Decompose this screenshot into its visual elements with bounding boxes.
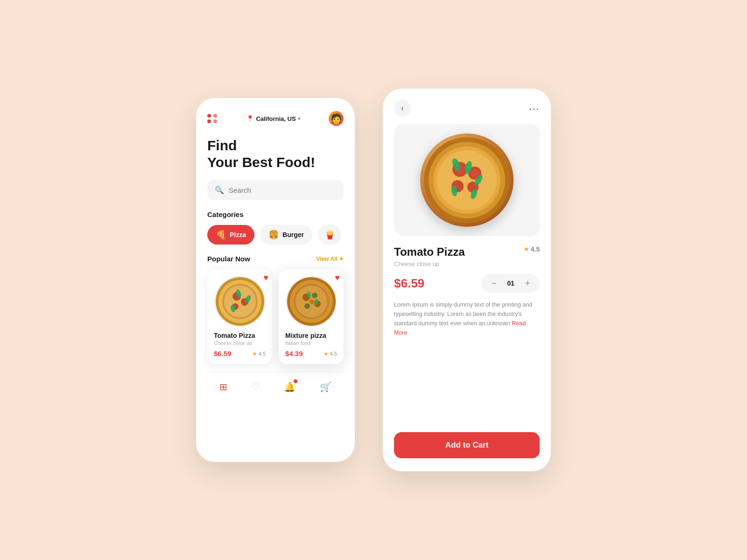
- dot-3: [207, 119, 211, 123]
- phones-container: 📍 California, US ▾ 🧑 Find Your Best Food…: [196, 89, 551, 471]
- svg-point-15: [312, 293, 317, 298]
- food-image-2: [286, 276, 337, 327]
- hero-text: Find Your Best Food!: [207, 137, 344, 171]
- search-icon: 🔍: [215, 186, 224, 195]
- view-all-button[interactable]: View All ✦: [316, 256, 344, 262]
- quantity-increase-button[interactable]: +: [522, 278, 533, 289]
- quantity-value: 01: [506, 280, 515, 287]
- food-name-2: Mixture pizza: [285, 332, 337, 339]
- food-rating-2: ★ 4.5: [324, 350, 337, 357]
- food-footer-1: $6.59 ★ 4.5: [214, 350, 266, 357]
- chevron-down-icon: ▾: [298, 116, 300, 121]
- price-qty-row: $6.59 − 01 +: [394, 274, 540, 293]
- dot-4: [213, 119, 217, 123]
- location-button[interactable]: 📍 California, US ▾: [246, 115, 300, 122]
- food-price-1: $6.59: [214, 350, 232, 357]
- detail-header: ‹ ···: [394, 100, 540, 117]
- food-image-1: [214, 276, 266, 327]
- location-pin-icon: 📍: [246, 115, 254, 122]
- product-image: [420, 133, 514, 227]
- food-desc-2: Italian food: [285, 340, 337, 346]
- food-rating-1: ★ 4.5: [252, 350, 266, 357]
- phone-right: ‹ ···: [383, 89, 551, 471]
- food-cards: ♥: [207, 269, 344, 364]
- avatar[interactable]: 🧑: [329, 111, 344, 126]
- popular-header: Popular Now View All ✦: [207, 255, 344, 263]
- add-to-cart-button[interactable]: Add to Cart: [394, 432, 540, 458]
- product-name-row: Tomato Pizza ★ 4.5: [394, 245, 540, 259]
- heart-icon-1[interactable]: ♥: [263, 273, 268, 283]
- pizza-icon: 🍕: [216, 230, 226, 240]
- fries-icon: 🍟: [324, 230, 335, 240]
- hero-title: Find Your Best Food!: [207, 137, 344, 171]
- food-desc-1: Cheese close up: [214, 340, 266, 346]
- food-name-1: Tomato Pizza: [214, 332, 266, 339]
- pizza-label: Pizza: [230, 231, 246, 238]
- product-price: $6.59: [394, 276, 424, 291]
- food-card-mixture-pizza[interactable]: ♥ Mixture: [279, 269, 344, 364]
- nav-cart-icon[interactable]: 🛒: [320, 381, 331, 392]
- svg-point-24: [437, 150, 497, 210]
- categories-list: 🍕 Pizza 🍔 Burger 🍟: [207, 225, 344, 245]
- popular-label: Popular Now: [207, 255, 250, 263]
- star-icon-1: ★: [252, 350, 257, 357]
- category-burger[interactable]: 🍔 Burger: [260, 225, 312, 245]
- nav-favorites-icon[interactable]: ♡: [252, 381, 260, 392]
- search-bar[interactable]: 🔍: [207, 180, 344, 200]
- category-pizza[interactable]: 🍕 Pizza: [207, 225, 254, 245]
- categories-label: Categories: [207, 210, 344, 218]
- star-icon-detail: ★: [524, 246, 529, 252]
- menu-dots[interactable]: [207, 114, 218, 123]
- svg-point-17: [304, 303, 310, 309]
- notification-badge: [294, 379, 297, 383]
- burger-label: Burger: [282, 231, 304, 238]
- category-fries[interactable]: 🍟: [318, 225, 341, 245]
- heart-icon-2[interactable]: ♥: [335, 273, 340, 283]
- svg-point-30: [471, 169, 479, 177]
- svg-point-3: [224, 286, 256, 317]
- back-button[interactable]: ‹: [394, 100, 411, 117]
- product-description-long: Lorem Ipsum is simply dummy text of the …: [394, 300, 540, 423]
- food-price-2: $4.39: [285, 350, 303, 357]
- svg-point-18: [310, 300, 314, 304]
- food-card-tomato-pizza[interactable]: ♥: [207, 269, 272, 364]
- more-options-button[interactable]: ···: [529, 103, 540, 114]
- nav-notifications-icon[interactable]: 🔔: [284, 381, 296, 392]
- star-icon-2: ★: [324, 350, 329, 357]
- food-footer-2: $4.39 ★ 4.5: [285, 350, 337, 357]
- bottom-nav: ⊞ ♡ 🔔 🛒: [207, 371, 344, 392]
- dot-2: [213, 114, 217, 118]
- product-image-container: [394, 124, 540, 236]
- product-name: Tomato Pizza: [394, 245, 465, 259]
- dot-1: [207, 114, 211, 118]
- location-text: California, US: [256, 115, 296, 122]
- burger-icon: 🍔: [268, 230, 279, 240]
- phone-left: 📍 California, US ▾ 🧑 Find Your Best Food…: [196, 98, 355, 462]
- rating-value: 4.5: [531, 245, 540, 253]
- product-rating: ★ 4.5: [524, 245, 540, 253]
- product-description-short: Cheese close up: [394, 260, 540, 267]
- quantity-decrease-button[interactable]: −: [488, 278, 500, 289]
- nav-home-icon[interactable]: ⊞: [219, 381, 227, 392]
- phone-header: 📍 California, US ▾ 🧑: [207, 111, 344, 126]
- search-input[interactable]: [229, 186, 336, 194]
- quantity-control: − 01 +: [482, 274, 540, 293]
